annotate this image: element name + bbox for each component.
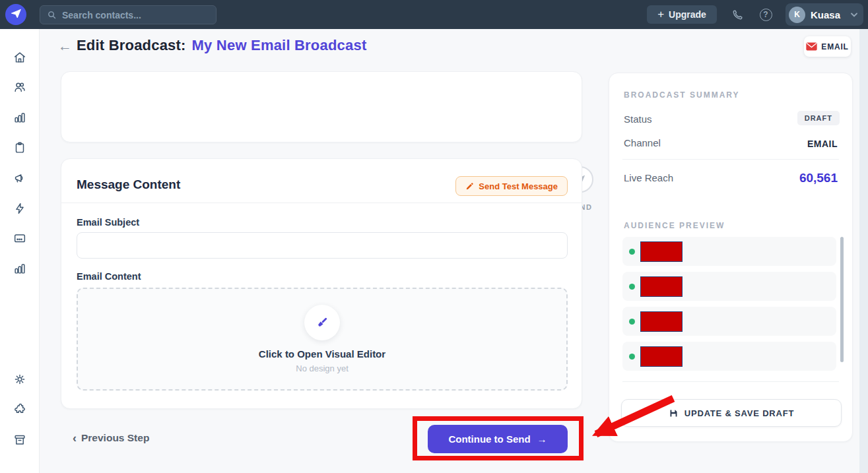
email-content-label: Email Content xyxy=(77,271,141,282)
sidebar-item-analytics[interactable] xyxy=(13,110,27,125)
back-arrow-icon: ← xyxy=(58,38,72,53)
archive-box-icon xyxy=(13,438,27,449)
update-save-draft-button[interactable]: UPDATE & SAVE DRAFT xyxy=(621,399,842,427)
previous-step-link[interactable]: ‹ Previous Step xyxy=(73,432,149,444)
page-title: Edit Broadcast:My New Email Broadcast xyxy=(77,37,366,54)
list-scrollbar[interactable] xyxy=(840,237,844,362)
divider xyxy=(622,381,839,382)
online-dot-icon xyxy=(629,284,635,290)
user-menu[interactable]: K Kuasa xyxy=(785,3,863,26)
paper-plane-logo-icon xyxy=(11,8,22,22)
bar-chart-icon xyxy=(13,267,27,278)
continue-to-send-button[interactable]: Continue to Send → xyxy=(428,425,568,453)
upgrade-label: Upgrade xyxy=(669,9,706,20)
continue-label: Continue to Send xyxy=(448,433,530,445)
audience-row xyxy=(622,237,836,266)
credit-card-icon xyxy=(13,236,27,247)
topbar: Search contacts... + Upgrade ? K Kuasa xyxy=(0,0,868,29)
clipboard-icon xyxy=(13,146,27,157)
lightning-icon xyxy=(13,206,27,218)
back-button[interactable]: ← xyxy=(58,38,72,54)
help-glyph: ? xyxy=(763,10,768,19)
online-dot-icon xyxy=(629,319,635,325)
search-icon xyxy=(47,10,57,20)
sidebar-item-settings[interactable] xyxy=(13,372,27,387)
arrow-right-icon: → xyxy=(537,433,547,445)
chevron-left-icon: ‹ xyxy=(73,433,77,443)
email-subject-label: Email Subject xyxy=(77,217,139,228)
message-content-card: Message Content Send Test Message Email … xyxy=(61,158,582,409)
sidebar-item-automations[interactable] xyxy=(13,201,27,216)
sidebar-item-tasks[interactable] xyxy=(13,141,27,155)
users-icon xyxy=(13,85,27,96)
summary-heading: BROADCAST SUMMARY xyxy=(624,90,740,100)
sidebar-item-reports[interactable] xyxy=(13,261,27,276)
user-name: Kuasa xyxy=(811,9,846,20)
open-visual-editor-area[interactable]: Click to Open Visual Editor No design ye… xyxy=(77,288,568,391)
section-title: Message Content xyxy=(77,177,180,192)
floppy-disk-icon xyxy=(669,408,679,418)
brush-circle xyxy=(304,305,340,340)
phone-icon[interactable] xyxy=(730,7,745,22)
redaction-overlay xyxy=(640,311,683,332)
app-logo[interactable] xyxy=(5,4,26,25)
previous-step-label: Previous Step xyxy=(81,432,149,444)
redaction-overlay xyxy=(640,276,683,297)
broadcast-summary-panel: BROADCAST SUMMARY Status DRAFT Channel E… xyxy=(609,73,853,442)
stepper: AUDIENCE CONTENT SEND xyxy=(61,71,582,142)
editor-cta-text: Click to Open Visual Editor xyxy=(259,348,385,360)
title-prefix: Edit Broadcast: xyxy=(77,37,186,53)
channel-badge-label: EMAIL xyxy=(821,42,848,51)
live-reach-label: Live Reach xyxy=(624,172,673,183)
live-reach-value: 60,561 xyxy=(799,171,838,185)
status-label: Status xyxy=(624,113,652,125)
puzzle-icon xyxy=(13,408,27,419)
broadcast-name: My New Email Broadcast xyxy=(192,37,367,53)
audience-row xyxy=(622,307,836,336)
search-placeholder: Search contacts... xyxy=(62,10,141,20)
sidebar-item-integrations[interactable] xyxy=(13,402,27,417)
user-avatar: K xyxy=(789,7,805,23)
divider xyxy=(61,203,582,203)
sidebar-item-payments[interactable] xyxy=(13,231,27,245)
pencil-icon xyxy=(465,182,474,191)
megaphone-icon xyxy=(13,176,27,187)
gear-icon xyxy=(13,377,27,389)
chevron-down-icon xyxy=(851,13,857,17)
channel-value: EMAIL xyxy=(807,139,838,149)
email-subject-input[interactable] xyxy=(77,232,568,259)
editor-subtext: No design yet xyxy=(296,363,349,373)
sidebar-item-archive[interactable] xyxy=(13,433,27,447)
channel-badge: EMAIL xyxy=(804,36,851,57)
online-dot-icon xyxy=(629,249,635,255)
page-scrollbar[interactable] xyxy=(859,29,868,473)
send-test-label: Send Test Message xyxy=(479,181,558,191)
upgrade-button[interactable]: + Upgrade xyxy=(647,5,717,24)
bar-chart-icon xyxy=(13,115,27,127)
sidebar xyxy=(0,29,40,473)
help-icon[interactable]: ? xyxy=(758,7,773,22)
plus-icon: + xyxy=(657,8,664,21)
audience-row xyxy=(622,272,836,301)
save-draft-label: UPDATE & SAVE DRAFT xyxy=(684,408,794,418)
status-badge: DRAFT xyxy=(797,111,840,125)
paintbrush-icon xyxy=(314,315,330,331)
redaction-overlay xyxy=(640,241,683,262)
online-dot-icon xyxy=(629,354,635,360)
audience-preview-heading: AUDIENCE PREVIEW xyxy=(624,221,725,230)
divider xyxy=(622,159,839,160)
sidebar-item-home[interactable] xyxy=(13,50,27,65)
sidebar-item-broadcasts[interactable] xyxy=(13,171,27,185)
search-input[interactable]: Search contacts... xyxy=(40,5,217,24)
channel-label: Channel xyxy=(624,137,661,148)
sidebar-item-contacts[interactable] xyxy=(13,80,27,94)
audience-preview-list xyxy=(622,237,840,377)
envelope-icon xyxy=(806,42,817,51)
broadcast-editor-page: Search contacts... + Upgrade ? K Kuasa xyxy=(0,0,868,473)
send-test-message-button[interactable]: Send Test Message xyxy=(455,176,568,196)
home-icon xyxy=(13,55,27,67)
redaction-overlay xyxy=(640,346,683,367)
audience-row xyxy=(622,342,836,371)
